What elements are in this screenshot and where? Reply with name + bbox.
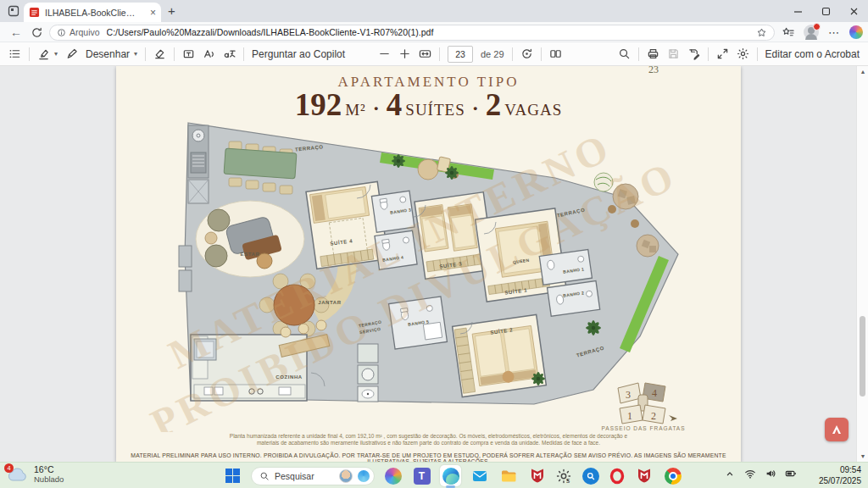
vertical-scrollbar[interactable]: ▲ ▼	[856, 66, 868, 462]
fullscreen-icon[interactable]	[716, 47, 729, 60]
settings-gear-icon[interactable]	[737, 47, 749, 60]
profile-notification-dot	[813, 23, 821, 30]
scroll-up-arrow[interactable]: ▲	[857, 69, 868, 75]
pen-icon[interactable]	[65, 47, 78, 60]
search-highlight-icon	[358, 470, 370, 482]
weather-temperature: 16°C	[34, 464, 64, 474]
search-highlight-avatar	[339, 469, 353, 483]
floor-plan: MATERIAL INTERNO PROIBIDO DIVULGAÇÃO TER…	[116, 119, 741, 432]
read-aloud-icon[interactable]	[203, 47, 215, 60]
fit-width-icon[interactable]	[419, 47, 431, 60]
page-view-icon[interactable]	[549, 47, 562, 60]
tab-close-button[interactable]: ×	[150, 8, 156, 18]
suites-label: SUÍTES	[405, 101, 465, 119]
translate-icon[interactable]	[223, 47, 236, 60]
profile-avatar[interactable]	[804, 25, 819, 40]
edit-with-acrobat-button[interactable]: Editar com o Acrobat	[765, 48, 860, 60]
page-count-label: de 29	[481, 49, 504, 59]
scrollbar-thumb[interactable]	[860, 316, 865, 396]
zoom-out-icon[interactable]	[378, 47, 391, 60]
taskbar-weather-widget[interactable]: 4 16°C Nublado	[7, 464, 64, 484]
toc-icon[interactable]	[8, 47, 21, 60]
page-number-input[interactable]: 23	[448, 46, 473, 63]
browser-menu-button[interactable]: ⋯	[828, 26, 840, 39]
save-icon[interactable]	[667, 47, 680, 60]
favorites-list-icon[interactable]	[782, 26, 794, 39]
highlighter-dropdown-icon[interactable]: ▾	[54, 50, 58, 58]
open-in-acrobat-button[interactable]	[825, 418, 849, 441]
windows-logo-icon	[225, 469, 241, 484]
taskbar-copilot-icon[interactable]	[382, 465, 403, 486]
start-button[interactable]	[222, 465, 243, 486]
browser-tab[interactable]: ILHABELA-BookCliente-V1-R07 (1 ×	[24, 3, 161, 22]
weather-alert-badge: 4	[4, 463, 14, 473]
highlighter-icon[interactable]	[37, 47, 50, 60]
address-bar: ← Arquivo C:/Users/Paulo%20Mazzali/Downl…	[0, 22, 868, 42]
window-minimize-button[interactable]	[784, 0, 812, 22]
window-maximize-button[interactable]	[812, 0, 840, 22]
search-icon[interactable]	[618, 47, 631, 60]
clock-time: 09:54	[819, 465, 861, 476]
reload-button[interactable]	[29, 25, 44, 40]
taskbar-mcafee-icon[interactable]	[526, 465, 548, 486]
pdf-page: 23 APARTAMENTO TIPO 192 M² · 4 SUÍTES · …	[116, 66, 741, 462]
browser-tab-strip: ILHABELA-BookCliente-V1-R07 (1 × +	[0, 0, 868, 22]
file-scheme-chip[interactable]: Arquivo	[57, 27, 100, 37]
favorite-star-icon[interactable]	[756, 27, 767, 38]
pdf-toolbar: ▾ Desenhar ▾ Perguntar ao Copilot 23 de …	[0, 42, 868, 66]
tab-title: ILHABELA-BookCliente-V1-R07 (1	[45, 8, 140, 18]
disclaimer-text: Planta humanizada referente a unidade fi…	[179, 433, 679, 446]
label-living: ESTAR	[241, 252, 260, 257]
zoom-in-icon[interactable]	[398, 47, 411, 60]
taskbar-search-box[interactable]: Pesquisar	[251, 467, 375, 485]
url-text[interactable]: C:/Users/Paulo%20Mazzali/Downloads/ILHAB…	[107, 27, 756, 37]
taskbar-chrome-icon[interactable]	[662, 465, 683, 486]
tab-actions-icon[interactable]	[7, 4, 20, 18]
taskbar-mcafee2-icon[interactable]	[633, 465, 654, 486]
ask-copilot-button[interactable]: Perguntar ao Copilot	[252, 48, 345, 60]
eraser-icon[interactable]	[153, 47, 166, 60]
window-close-button[interactable]	[840, 0, 868, 22]
search-placeholder: Pesquisar	[275, 471, 334, 481]
scroll-down-arrow[interactable]: ▼	[857, 453, 868, 459]
taskbar-search-icon	[259, 471, 270, 481]
clock-date: 25/07/2025	[819, 476, 861, 487]
taskbar-explorer-icon[interactable]	[498, 465, 519, 486]
draw-button[interactable]: Desenhar	[86, 48, 130, 60]
label-kitchen: COZINHA	[275, 374, 303, 380]
area-value: 192	[295, 87, 342, 122]
info-icon	[57, 28, 66, 37]
taskbar-mail-icon[interactable]	[469, 465, 490, 486]
taskbar-teams-icon[interactable]: T	[411, 465, 432, 486]
pdf-file-icon	[29, 7, 40, 18]
tray-chevron-icon[interactable]	[724, 468, 736, 480]
key-plan-unit-4: 4	[652, 387, 657, 399]
save-as-icon[interactable]	[687, 47, 700, 60]
text-box-icon[interactable]	[182, 47, 195, 60]
key-plan-unit-2: 2	[651, 410, 656, 422]
north-arrow-icon	[669, 415, 677, 421]
apartment-headline: 192 M² · 4 SUÍTES · 2 VAGAS	[116, 86, 741, 123]
copilot-icon[interactable]	[849, 25, 863, 39]
new-tab-button[interactable]: +	[168, 3, 175, 18]
rotate-icon[interactable]	[520, 47, 533, 60]
suites-value: 4	[387, 87, 403, 122]
label-dining: JANTAR	[318, 300, 342, 305]
draw-dropdown-icon[interactable]: ▾	[134, 50, 137, 58]
back-button[interactable]: ←	[8, 25, 24, 40]
acrobat-icon	[830, 423, 843, 436]
service-terrace	[358, 344, 378, 402]
taskbar-edge-icon-active[interactable]	[440, 465, 461, 486]
pdf-viewer: 23 APARTAMENTO TIPO 192 M² · 4 SUÍTES · …	[0, 66, 868, 462]
taskbar-settings-icon[interactable]: S	[555, 468, 572, 485]
taskbar-search-app-icon[interactable]	[580, 465, 601, 486]
battery-icon[interactable]	[785, 468, 797, 480]
wifi-icon[interactable]	[744, 468, 756, 480]
parking-label: VAGAS	[504, 101, 562, 119]
url-field[interactable]: Arquivo C:/Users/Paulo%20Mazzali/Downloa…	[49, 25, 775, 41]
print-icon[interactable]	[647, 47, 659, 60]
svg-text:S: S	[566, 478, 570, 484]
taskbar-clock[interactable]: 09:54 25/07/2025	[819, 465, 861, 486]
volume-icon[interactable]	[765, 468, 776, 480]
taskbar-opera-icon[interactable]	[609, 468, 626, 485]
